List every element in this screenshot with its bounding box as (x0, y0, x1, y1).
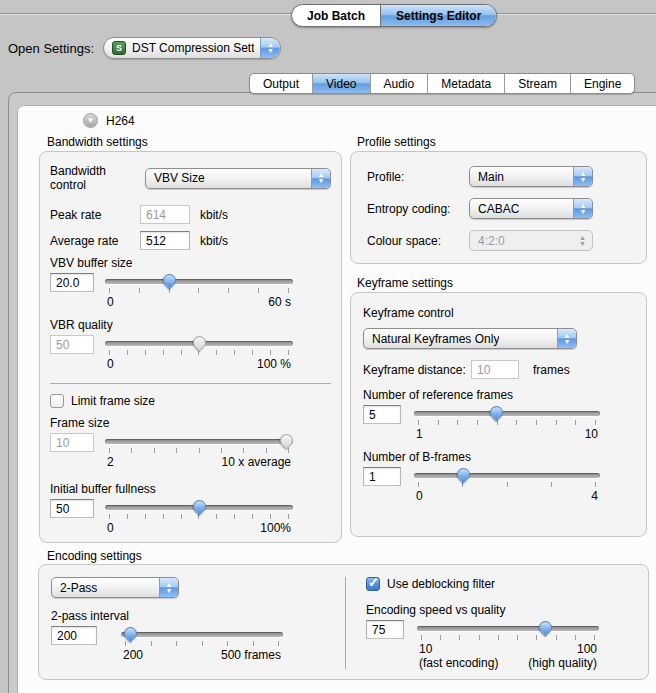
slider-min-label: 0 (107, 521, 114, 535)
slider-min-label: 2 (107, 455, 114, 469)
colour-space-label: Colour space: (367, 234, 469, 248)
average-rate-field[interactable] (140, 231, 190, 250)
frame-size-slider[interactable] (105, 433, 293, 453)
slider-min-label: 0 (416, 489, 423, 503)
popup-arrows-icon: ▲▼ (311, 169, 330, 188)
vbr-quality-field[interactable] (50, 335, 94, 354)
slider-thumb[interactable] (190, 333, 208, 351)
vbv-buffer-size-field[interactable] (50, 273, 94, 292)
slider-max-label: 10 (585, 427, 598, 441)
keyframe-control-label: Keyframe control (363, 306, 634, 320)
colour-space-select[interactable]: 4:2:0 ▲▼ (469, 230, 593, 251)
tab-stream[interactable]: Stream (505, 74, 571, 93)
slider-ticks (109, 288, 289, 293)
peak-rate-unit: kbit/s (200, 208, 228, 222)
slider-max-label: 100% (260, 521, 291, 535)
slider-min-label: 10 (fast encoding) (419, 642, 498, 670)
slider-thumb[interactable] (487, 403, 505, 421)
reference-frames-slider[interactable] (414, 405, 600, 425)
slider-ticks (109, 448, 289, 453)
pass-mode-select[interactable]: 2-Pass ▲▼ (51, 577, 179, 598)
disclosure-chevron-icon[interactable]: ▼ (83, 113, 98, 128)
codec-name: H264 (106, 114, 135, 128)
slider-max-label: 10 x average (222, 455, 291, 469)
two-pass-interval-slider[interactable] (121, 626, 283, 646)
keyframe-control-select[interactable]: Natural Keyframes Only ▲▼ (363, 328, 577, 349)
b-frames-label: Number of B-frames (363, 450, 634, 464)
slider-ticks (421, 635, 595, 640)
slider-ticks (125, 641, 279, 646)
encoding-settings-group: 2-Pass ▲▼ 2-pass interval 200 500 frames (38, 564, 649, 680)
b-frames-field[interactable] (363, 467, 401, 486)
section-divider (50, 383, 331, 384)
slider-track[interactable] (414, 411, 600, 416)
slider-track[interactable] (121, 632, 283, 637)
slider-min-value: 10 (419, 642, 498, 656)
two-pass-interval-label: 2-pass interval (51, 609, 345, 623)
average-rate-label: Average rate (50, 234, 140, 248)
colour-space-value: 4:2:0 (478, 234, 505, 248)
slider-thumb[interactable] (121, 624, 139, 642)
two-pass-interval-field[interactable] (51, 626, 97, 645)
entropy-coding-select[interactable]: CABAC ▲▼ (469, 198, 593, 219)
slider-min-label: 0 (107, 295, 114, 309)
open-settings-label: Open Settings: (8, 41, 94, 56)
average-rate-unit: kbit/s (200, 234, 228, 248)
slider-min-label: 0 (107, 357, 114, 371)
profile-select[interactable]: Main ▲▼ (469, 166, 593, 187)
slider-max-label: 4 (591, 489, 598, 503)
tab-output[interactable]: Output (250, 74, 313, 93)
tab-job-batch[interactable]: Job Batch (292, 5, 380, 26)
vbv-buffer-size-label: VBV buffer size (50, 256, 331, 270)
limit-frame-size-checkbox[interactable] (50, 394, 64, 408)
slider-track[interactable] (414, 473, 600, 478)
keyframe-distance-field[interactable] (471, 360, 519, 379)
use-deblocking-filter-checkbox[interactable] (366, 577, 380, 591)
slider-track[interactable] (417, 626, 599, 631)
vbv-buffer-size-slider[interactable] (105, 273, 293, 293)
popup-arrows-icon: ▲▼ (557, 329, 576, 348)
reference-frames-field[interactable] (363, 405, 401, 424)
profile-value: Main (478, 170, 504, 184)
frame-size-field[interactable] (50, 433, 94, 452)
peak-rate-field[interactable] (140, 205, 190, 224)
keyframe-settings-title: Keyframe settings (357, 276, 453, 290)
profile-settings-title: Profile settings (357, 135, 436, 149)
tab-metadata[interactable]: Metadata (428, 74, 505, 93)
main-tab-bar: Job Batch Settings Editor (291, 4, 497, 27)
slider-thumb[interactable] (277, 431, 295, 449)
initial-buffer-fullness-field[interactable] (50, 499, 94, 518)
open-settings-select[interactable]: S DST Compression Setting ▲▼ (103, 37, 281, 59)
tab-engine[interactable]: Engine (571, 74, 634, 93)
bandwidth-control-value: VBV Size (154, 171, 205, 185)
profile-settings-group: Profile: Main ▲▼ Entropy coding: CABAC ▲… (350, 151, 647, 264)
slider-track[interactable] (105, 279, 293, 284)
encoding-settings-title: Encoding settings (47, 549, 142, 563)
use-deblocking-filter-label: Use deblocking filter (387, 577, 495, 591)
slider-max-label: 100 % (257, 357, 291, 371)
popup-arrows-icon: ▲▼ (159, 578, 178, 597)
slider-thumb[interactable] (190, 497, 208, 515)
bandwidth-settings-title: Bandwidth settings (47, 135, 148, 149)
tab-video[interactable]: Video (313, 74, 370, 93)
slider-thumb[interactable] (536, 618, 554, 636)
tab-settings-editor[interactable]: Settings Editor (380, 5, 496, 26)
speed-vs-quality-slider[interactable] (417, 620, 599, 640)
popup-arrows-icon: ▲▼ (573, 199, 592, 218)
keyframe-control-value: Natural Keyframes Only (372, 332, 499, 346)
slider-thumb[interactable] (455, 465, 473, 483)
bandwidth-control-select[interactable]: VBV Size ▲▼ (145, 168, 331, 189)
initial-buffer-fullness-label: Initial buffer fullness (50, 482, 331, 496)
slider-track[interactable] (105, 439, 293, 444)
slider-thumb[interactable] (160, 271, 178, 289)
vbr-quality-slider[interactable] (105, 335, 293, 355)
b-frames-slider[interactable] (414, 467, 600, 487)
entropy-coding-label: Entropy coding: (367, 202, 469, 216)
keyframe-distance-label: Keyframe distance: (363, 363, 471, 377)
tab-audio[interactable]: Audio (371, 74, 429, 93)
popup-arrows-icon: ▲▼ (573, 167, 592, 186)
frame-size-label: Frame size (50, 416, 331, 430)
speed-vs-quality-field[interactable] (366, 620, 404, 639)
slider-ticks (418, 482, 596, 487)
initial-buffer-fullness-slider[interactable] (105, 499, 293, 519)
